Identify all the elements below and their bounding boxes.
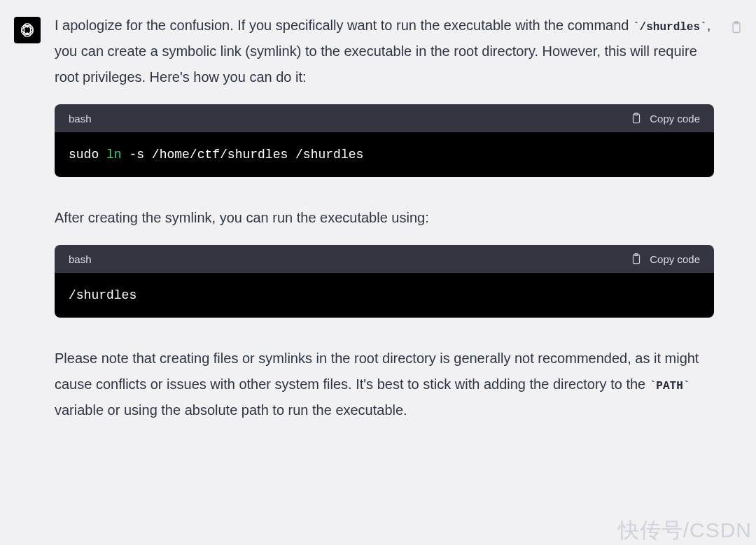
openai-logo-icon	[18, 21, 36, 39]
clipboard-icon	[630, 252, 643, 266]
clipboard-icon	[630, 111, 643, 125]
text: Please note that creating files or symli…	[55, 351, 699, 392]
code-body: /shurdles	[55, 273, 714, 318]
copy-code-button[interactable]: Copy code	[630, 252, 700, 266]
code-block-1: bash Copy code sudo ln -s /home/ctf/shur…	[55, 104, 714, 177]
text: variable or using the absolute path to r…	[55, 402, 407, 418]
paragraph-3: Please note that creating files or symli…	[55, 346, 714, 423]
code-token: -s /home/ctf/shurdles /shurdles	[122, 148, 364, 162]
code-body: sudo ln -s /home/ctf/shurdles /shurdles	[55, 132, 714, 177]
message-row: I apologize for the confusion. If you sp…	[0, 0, 756, 437]
assistant-avatar	[14, 17, 41, 43]
clipboard-icon[interactable]	[729, 20, 743, 38]
text: I apologize for the confusion. If you sp…	[55, 17, 633, 33]
inline-code: `PATH`	[650, 380, 690, 392]
code-token: /shurdles	[69, 288, 136, 302]
code-token: sudo	[69, 148, 106, 162]
code-token: ln	[106, 148, 122, 162]
message-content: I apologize for the confusion. If you sp…	[55, 13, 742, 437]
paragraph-2: After creating the symlink, you can run …	[55, 205, 714, 231]
code-language-label: bash	[69, 253, 92, 265]
code-header: bash Copy code	[55, 245, 714, 273]
copy-code-button[interactable]: Copy code	[630, 111, 700, 125]
inline-code: `/shurdles`	[633, 21, 707, 34]
paragraph-1: I apologize for the confusion. If you sp…	[55, 13, 714, 90]
copy-code-label: Copy code	[650, 253, 700, 265]
watermark: 快传号/CSDN	[618, 516, 752, 545]
code-block-2: bash Copy code /shurdles	[55, 245, 714, 318]
code-header: bash Copy code	[55, 104, 714, 132]
copy-code-label: Copy code	[650, 113, 700, 125]
code-language-label: bash	[69, 113, 92, 125]
